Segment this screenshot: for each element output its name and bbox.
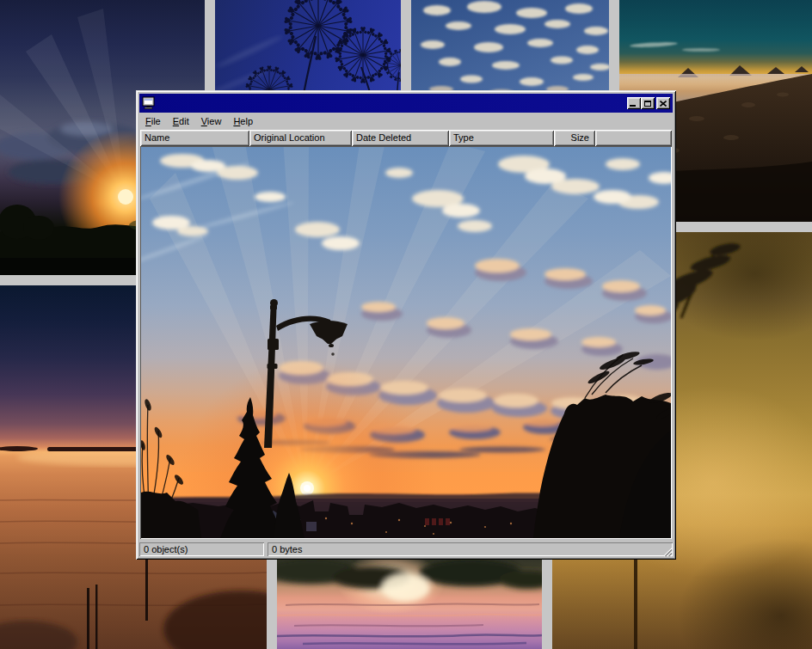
column-header-size[interactable]: Size — [554, 130, 595, 146]
resize-grip[interactable] — [661, 545, 673, 556]
column-header-type[interactable]: Type — [449, 130, 554, 146]
menu-bar: File Edit View Help — [139, 113, 673, 130]
menu-item-help[interactable]: Help — [227, 114, 259, 128]
column-header-date-deleted[interactable]: Date Deleted — [352, 130, 449, 146]
application-icon — [142, 96, 156, 110]
window-title — [158, 96, 627, 110]
menu-item-edit[interactable]: Edit — [167, 114, 195, 128]
computer-monitor-icon — [142, 96, 156, 110]
desktop: File Edit View Help Name Original Locati… — [0, 0, 812, 649]
list-view-empty[interactable] — [140, 146, 672, 539]
menu-item-file[interactable]: File — [139, 114, 167, 128]
column-header-name[interactable]: Name — [140, 130, 249, 146]
close-icon — [660, 101, 667, 107]
status-objects: 0 object(s) — [139, 542, 264, 556]
maximize-icon — [644, 101, 651, 107]
sunset-photo — [141, 147, 671, 538]
maximize-button[interactable] — [641, 97, 655, 109]
menu-item-view[interactable]: View — [195, 114, 228, 128]
recycle-bin-window: File Edit View Help Name Original Locati… — [136, 90, 676, 560]
column-header-blank[interactable] — [595, 130, 672, 146]
titlebar[interactable] — [139, 94, 673, 113]
minimize-icon — [630, 105, 636, 107]
minimize-button[interactable] — [627, 97, 641, 109]
close-button[interactable] — [656, 97, 670, 109]
status-bytes: 0 bytes — [268, 542, 673, 556]
column-headers: Name Original Location Date Deleted Type… — [140, 130, 672, 146]
status-bar: 0 object(s) 0 bytes — [139, 541, 673, 556]
column-header-original-location[interactable]: Original Location — [249, 130, 352, 146]
